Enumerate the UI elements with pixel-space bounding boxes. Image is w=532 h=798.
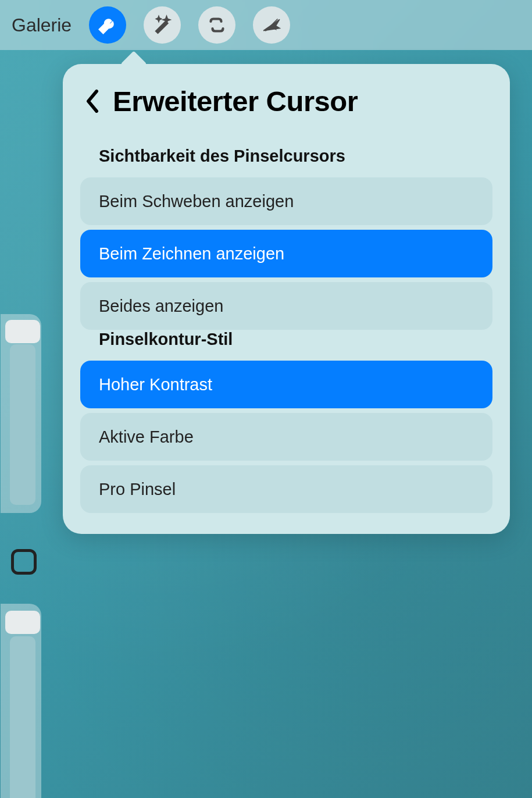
actions-tool-button[interactable] — [89, 6, 126, 44]
chevron-left-icon — [85, 90, 100, 113]
selection-icon — [206, 15, 227, 35]
slider-fill — [10, 636, 35, 798]
selection-tool-button[interactable] — [198, 6, 235, 44]
slider-fill — [10, 344, 35, 505]
modify-button[interactable] — [11, 549, 37, 575]
brush-opacity-slider[interactable] — [1, 604, 41, 798]
transform-tool-button[interactable] — [253, 6, 290, 44]
slider-thumb[interactable] — [5, 320, 40, 343]
section-title-outline-style: Pinselkontur-Stil — [80, 330, 492, 349]
top-toolbar: Galerie — [0, 0, 532, 50]
popover-title: Erweiterter Cursor — [113, 85, 358, 117]
brush-size-slider[interactable] — [1, 314, 41, 513]
adjustments-tool-button[interactable] — [144, 6, 181, 44]
magic-wand-icon — [152, 15, 173, 35]
option-list-outline-style: Hoher Kontrast Aktive Farbe Pro Pinsel — [80, 361, 492, 513]
option-show-on-hover[interactable]: Beim Schweben anzeigen — [80, 177, 492, 225]
section-visibility: Sichtbarkeit des Pinselcursors Beim Schw… — [80, 147, 492, 330]
option-list-visibility: Beim Schweben anzeigen Beim Zeichnen anz… — [80, 177, 492, 330]
option-per-brush[interactable]: Pro Pinsel — [80, 465, 492, 513]
gallery-button[interactable]: Galerie — [12, 15, 72, 36]
option-high-contrast[interactable]: Hoher Kontrast — [80, 361, 492, 408]
settings-popover: Erweiterter Cursor Sichtbarkeit des Pins… — [63, 64, 510, 534]
back-button[interactable] — [85, 90, 100, 113]
option-active-color[interactable]: Aktive Farbe — [80, 413, 492, 461]
option-show-on-draw[interactable]: Beim Zeichnen anzeigen — [80, 230, 492, 277]
popover-header: Erweiterter Cursor — [80, 85, 492, 117]
slider-thumb[interactable] — [5, 611, 40, 634]
section-outline-style: Pinselkontur-Stil Hoher Kontrast Aktive … — [80, 330, 492, 513]
side-controls — [0, 314, 48, 798]
wrench-icon — [97, 15, 118, 35]
option-show-both[interactable]: Beides anzeigen — [80, 282, 492, 330]
section-title-visibility: Sichtbarkeit des Pinselcursors — [80, 147, 492, 166]
arrow-pointer-icon — [261, 15, 282, 35]
